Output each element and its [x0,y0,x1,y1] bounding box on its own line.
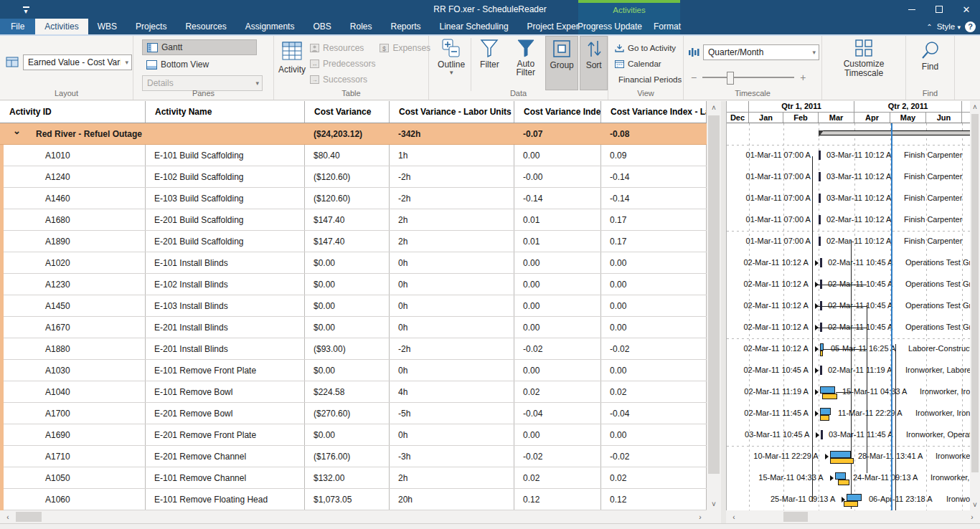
gantt-hscrollbar[interactable]: ‹ › [726,510,980,523]
activity-bar[interactable] [819,237,821,246]
find-button[interactable]: Find [910,37,951,92]
tab-assignments[interactable]: Assignments [236,19,304,34]
scroll-left-arrow[interactable]: ‹ [727,510,740,523]
gantt-vscroll-thumb[interactable] [971,114,979,472]
activity-bar[interactable] [819,194,821,203]
auto-filter-button[interactable]: Auto Filter [508,36,544,92]
scroll-left-arrow[interactable]: ‹ [1,510,14,523]
table-row[interactable]: A1670E-201 Install Blinds$0.000h0.000.00 [0,317,707,338]
table-row[interactable]: A1060E-101 Remove Floating Head$1,073.05… [0,489,707,510]
close-button[interactable]: ✕ [953,0,980,19]
table-row[interactable]: A1890E-201 Build Scaffolding$147.402h0.0… [0,231,707,252]
table-row[interactable]: A1030E-101 Remove Front Plate$0.000h0.00… [0,360,707,381]
activity-bar[interactable] [819,215,821,224]
table-vscrollbar[interactable]: ˄ ˅ [707,101,721,510]
table-row[interactable]: A1050E-101 Remove Channel$132.002h0.020.… [0,467,707,489]
column-header[interactable]: Cost Variance - Labor Units [390,101,514,123]
tab-file[interactable]: File [0,19,35,34]
column-header[interactable]: Cost Variance Index - Labor Un [601,101,707,123]
tab-projects[interactable]: Projects [126,19,176,34]
scroll-right-arrow[interactable]: › [694,510,707,523]
calendar-button[interactable]: Calendar [611,56,683,72]
financial-periods-button[interactable]: $ Financial Periods [611,72,683,87]
wbs-group-row[interactable]: ⌄ Red River - Refuel Outage($24,203.12)-… [0,123,707,145]
minimize-button[interactable] [898,0,925,19]
tab-progress-update[interactable]: Progress Update [572,19,648,34]
activity-bar[interactable] [820,366,822,375]
table-row[interactable]: A1230E-102 Install Blinds$0.000h0.000.00 [0,274,707,295]
activity-bar-actual[interactable] [835,472,846,480]
activity-bar-actual[interactable] [820,386,835,394]
zoom-in-button[interactable]: + [800,72,806,83]
gantt-vscrollbar[interactable]: ˄ ˅ [970,101,980,510]
activity-bar-baseline[interactable] [830,458,854,464]
zoom-out-button[interactable]: − [691,72,697,83]
tab-linear-scheduling[interactable]: Linear Scheduling [430,19,518,34]
table-row[interactable]: A1010E-101 Build Scaffolding$80.401h0.00… [0,145,707,166]
table-row[interactable]: A1460E-103 Build Scaffolding($120.60)-2h… [0,188,707,209]
tab-resources[interactable]: Resources [176,19,235,34]
sort-button[interactable]: Sort [580,36,608,90]
table-row[interactable]: A1020E-101 Install Blinds$0.000h0.000.00 [0,252,707,274]
table-row[interactable]: A1240E-102 Build Scaffolding($120.60)-2h… [0,166,707,188]
timescale-combobox[interactable]: Quarter/Month▾ [703,44,819,60]
scroll-down-arrow[interactable]: ˅ [970,499,980,510]
layout-combobox[interactable]: Earned Value - Cost Variance▾ [23,54,132,70]
activity-bar-baseline[interactable] [822,394,837,399]
gantt-hscroll-thumb[interactable] [783,512,808,522]
pane-splitter[interactable] [721,101,726,523]
table-hscroll-thumb[interactable] [16,512,42,522]
activity-bar[interactable] [820,280,822,289]
column-header[interactable]: Cost Variance [305,101,390,123]
timescale-zoom-slider[interactable] [702,77,794,78]
activity-bar[interactable] [820,258,822,267]
activity-bar-baseline[interactable] [820,415,829,421]
activity-bar[interactable] [819,172,821,181]
table-row[interactable]: A1690E-201 Remove Front Plate$0.000h0.00… [0,424,707,446]
filter-button[interactable]: Filter [473,36,506,92]
column-header[interactable]: Activity Name [146,101,305,123]
activity-bar[interactable] [820,301,822,310]
activity-bar-baseline[interactable] [838,480,849,485]
tab-wbs[interactable]: WBS [88,19,126,34]
activity-bar[interactable] [820,323,822,332]
scroll-up-arrow[interactable]: ˄ [707,101,721,114]
column-header[interactable]: Activity ID [0,101,146,123]
tab-format[interactable]: Format [648,19,687,34]
tab-roles[interactable]: Roles [341,19,382,34]
table-row[interactable]: A1040E-101 Remove Bowl$224.584h0.020.02 [0,381,707,403]
collapse-chevron-icon[interactable]: ⌄ [13,125,21,136]
activity-bar[interactable] [819,151,821,160]
bottom-view-button[interactable]: Bottom View [142,57,265,72]
activity-bar-actual[interactable] [847,494,862,501]
activity-bar-baseline[interactable] [844,501,858,507]
slider-thumb[interactable] [727,72,734,85]
scroll-right-arrow[interactable]: › [966,510,979,523]
group-button[interactable]: Group [545,36,578,90]
project-summary-bar[interactable] [819,130,970,135]
table-row[interactable]: A1680E-201 Build Scaffolding$147.402h0.0… [0,209,707,231]
table-hscrollbar[interactable]: ‹ › [0,510,721,523]
activity-bar-baseline[interactable] [820,351,823,356]
gantt-toggle-button[interactable]: Gantt [142,39,257,55]
activity-table-button[interactable]: Activity [278,39,306,89]
outline-button[interactable]: Outline ▼ [433,36,469,92]
activity-bar-actual[interactable] [820,408,831,415]
tab-reports[interactable]: Reports [381,19,430,34]
restore-button[interactable] [925,0,953,19]
collapse-ribbon-icon[interactable]: ⌃ [926,23,932,31]
style-dropdown[interactable]: Style ▾ [937,22,961,31]
scroll-down-arrow[interactable]: ˅ [707,497,721,510]
scroll-up-arrow[interactable]: ˄ [970,101,980,113]
table-row[interactable]: A1700E-201 Remove Bowl($270.60)-5h-0.04-… [0,403,707,424]
activity-bar-actual[interactable] [830,451,851,458]
table-row[interactable]: A1450E-103 Install Blinds$0.000h0.000.00 [0,295,707,317]
table-row[interactable]: A1880E-201 Install Blinds($93.00)-2h-0.0… [0,338,707,360]
tab-obs[interactable]: OBS [303,19,340,34]
customize-timescale-button[interactable]: Customize Timescale [836,36,892,96]
table-row[interactable]: A1710E-201 Remove Channel($176.00)-3h-0.… [0,446,707,467]
column-header[interactable]: Cost Variance Index [514,101,601,123]
activity-bar-actual[interactable] [820,343,824,351]
go-to-activity-button[interactable]: Go to Activity [611,40,683,56]
table-vscroll-thumb[interactable] [708,115,720,474]
